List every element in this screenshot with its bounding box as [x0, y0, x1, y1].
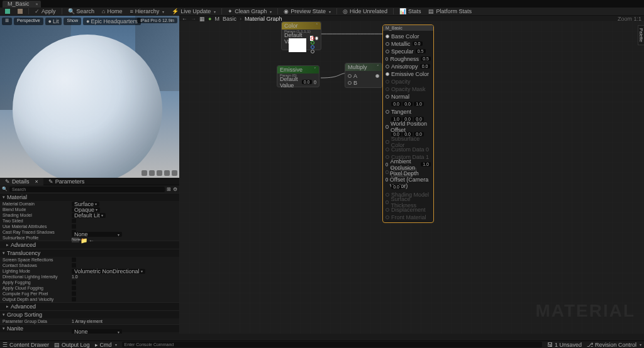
anisotropy-field[interactable]: 0.0 [420, 64, 430, 68]
vp-shape-plane-icon[interactable] [157, 170, 162, 176]
vp-shape-cube-icon[interactable] [164, 170, 170, 176]
nav-back-icon[interactable]: ← [182, 16, 187, 22]
pin-opacity-mask[interactable] [386, 87, 389, 91]
collapse-icon[interactable]: ˄ [316, 23, 318, 28]
details-search-input[interactable] [9, 187, 165, 192]
pin-base-color[interactable] [386, 35, 389, 38]
apply-button[interactable]: ✓Apply [31, 8, 59, 15]
hide-unrelated-button[interactable]: ◎Hide Unrelated [340, 8, 391, 15]
pin-specular[interactable] [386, 50, 389, 53]
output-pin-g[interactable] [311, 41, 314, 45]
output-depth-checkbox[interactable] [72, 297, 76, 302]
use-attr-checkbox[interactable] [72, 224, 76, 229]
roughness-field[interactable]: 0.5 [421, 57, 431, 61]
subsurface-dropdown[interactable]: None▾ [72, 232, 122, 237]
pin-displacement[interactable] [386, 208, 389, 212]
viewport-menu[interactable]: ☰ [2, 18, 12, 25]
lit-button[interactable]: ● Lit [45, 18, 62, 25]
console-input[interactable] [122, 342, 542, 347]
specular-field[interactable]: 0.5 [416, 49, 426, 53]
output-pin-r[interactable] [311, 36, 314, 40]
material-graph-canvas[interactable]: Color˄ Param (1,1,1,1) Default Value Emi… [179, 21, 644, 334]
emissive-value-field[interactable]: 0.0 [302, 80, 312, 84]
pin-custom1[interactable] [386, 155, 389, 159]
node-color[interactable]: Color˄ Param (1,1,1,1) Default Value [281, 21, 321, 50]
content-drawer-button[interactable]: ☰Content Drawer [3, 342, 49, 348]
hierarchy-button[interactable]: ≡Hierarchy▾ [127, 8, 168, 15]
pin-anisotropy[interactable] [386, 65, 389, 68]
blend-mode-dropdown[interactable]: Opaque▾ [72, 207, 100, 212]
pin-pdo[interactable] [386, 178, 388, 182]
browse-button[interactable] [14, 8, 26, 14]
pin-roughness[interactable] [386, 57, 388, 61]
pin-surface-thickness[interactable] [386, 200, 389, 204]
vp-shape-cylinder-icon[interactable] [142, 170, 147, 176]
dir-intensity-value[interactable]: 1.0 [72, 275, 78, 279]
node-material-output[interactable]: M_Basic Base Color Metallic0.0 Specular0… [382, 24, 434, 223]
two-sided-checkbox[interactable] [72, 219, 76, 223]
pin-opacity[interactable] [386, 80, 389, 84]
pin-metallic[interactable] [386, 42, 389, 46]
tab-parameters[interactable]: ✎Parameters [43, 178, 90, 185]
shading-model-dropdown[interactable]: Default Lit▾ [72, 213, 106, 218]
node-emissive[interactable]: Emissive˅ Param (0) Default Value0.0 [277, 65, 319, 87]
clean-graph-button[interactable]: ✦Clean Graph▾ [225, 8, 275, 15]
output-pin-mult[interactable] [375, 74, 379, 78]
input-pin-a[interactable] [348, 74, 352, 78]
nanite-dropdown[interactable]: None▾ [72, 329, 122, 334]
use-selected-icon[interactable]: ← [89, 237, 94, 244]
gear-icon[interactable]: ⚙ [173, 187, 177, 192]
input-pin-b[interactable] [348, 81, 352, 85]
pin-shading-model[interactable] [386, 193, 389, 197]
save-button[interactable] [2, 8, 13, 14]
search-button[interactable]: 🔍Search [65, 8, 98, 15]
lighting-mode-dropdown[interactable]: Volumetric NonDirectional▾ [72, 269, 145, 274]
perspective-button[interactable]: Perspective [14, 18, 43, 25]
device-preview[interactable]: iPad Pro 6 12.9in [137, 18, 177, 23]
pin-normal[interactable] [386, 95, 389, 99]
pdo-field[interactable]: 0.0 [391, 185, 401, 189]
cloud-fog-checkbox[interactable] [72, 286, 76, 290]
platform-stats-button[interactable]: ▤Platform Stats [425, 8, 475, 15]
nav-fwd-icon[interactable]: → [191, 16, 196, 22]
category-advanced-translucency[interactable]: ▸Advanced [0, 302, 179, 310]
collapse-icon[interactable]: ˅ [314, 67, 316, 72]
color-swatch[interactable] [289, 38, 306, 52]
document-tab[interactable]: M_Basic × [3, 1, 41, 8]
pin-refraction[interactable] [386, 170, 389, 174]
pin-wpo[interactable] [386, 125, 389, 129]
metallic-field[interactable]: 0.0 [413, 41, 423, 46]
subsurface-slot[interactable]: None [72, 237, 79, 242]
tab-details[interactable]: ✎Details× [0, 178, 43, 185]
node-multiply[interactable]: Multiply˅ A B [345, 63, 382, 88]
browse-icon[interactable]: 📁 [80, 237, 87, 244]
output-pin-emissive[interactable] [314, 80, 316, 84]
vp-shape-sphere-icon[interactable] [149, 170, 155, 176]
unsaved-indicator[interactable]: 🖫1 Unsaved [547, 342, 582, 348]
breadcrumb-asset[interactable]: M_Basic [214, 16, 236, 22]
category-translucency[interactable]: ▾Translucency [0, 249, 179, 257]
output-pin-b[interactable] [311, 45, 314, 49]
preview-state-button[interactable]: ◉Preview State▾ [280, 8, 334, 15]
compute-fog-checkbox[interactable] [72, 291, 76, 296]
material-domain-dropdown[interactable]: Surface▾ [72, 202, 99, 207]
filter-icon[interactable]: ⊞ [167, 187, 171, 192]
category-material[interactable]: ▾Material [0, 193, 179, 201]
output-log-button[interactable]: ▤Output Log [54, 342, 90, 348]
revision-control-button[interactable]: ⎇Revision Control▾ [587, 342, 641, 348]
param-group-data[interactable]: 1 Array element [72, 319, 103, 324]
category-group-sorting[interactable]: ▾Group Sorting [0, 310, 179, 318]
pin-front-material[interactable] [386, 215, 389, 219]
show-button[interactable]: Show [64, 18, 81, 25]
pin-custom0[interactable] [386, 148, 389, 151]
cmd-dropdown[interactable]: ▸Cmd▾ [95, 342, 117, 348]
pin-subsurface[interactable] [386, 140, 389, 144]
stats-button[interactable]: 📊Stats [396, 8, 425, 15]
contact-checkbox[interactable] [72, 263, 76, 268]
pin-emissive-color[interactable] [386, 72, 389, 76]
palette-tab[interactable]: Palette [638, 25, 644, 45]
breadcrumb-graph[interactable]: Material Graph [245, 16, 282, 22]
ssr-checkbox[interactable] [72, 258, 76, 262]
vp-shape-mesh-icon[interactable] [172, 170, 177, 176]
environment-button[interactable]: ● Epic Headquarters [83, 18, 141, 25]
